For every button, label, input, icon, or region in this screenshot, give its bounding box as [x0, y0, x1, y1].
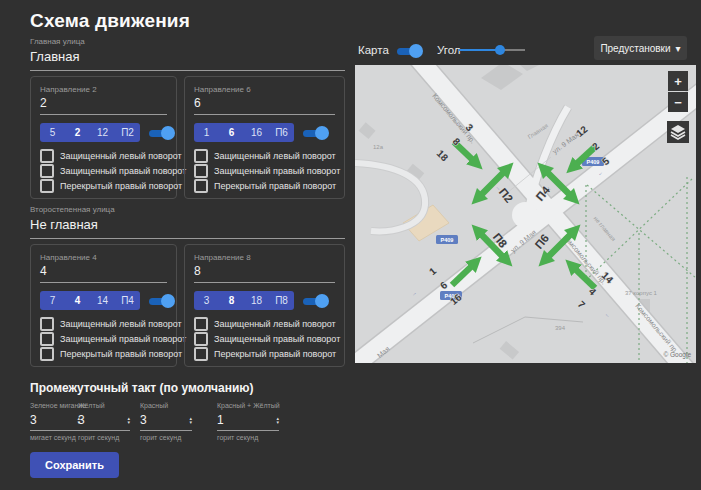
- map-toggle[interactable]: [395, 44, 423, 58]
- number-input[interactable]: 3 ▴▾: [30, 411, 80, 431]
- checkbox-icon[interactable]: [194, 164, 208, 178]
- direction-label: Направление 8: [194, 253, 335, 262]
- checkbox-icon[interactable]: [194, 149, 208, 163]
- direction-number-input[interactable]: 6: [194, 94, 335, 115]
- direction-label: Направление 2: [40, 85, 167, 94]
- chip[interactable]: П8: [269, 291, 294, 310]
- direction-card-8: Направление 8 8 3 8 18 П8 Защищенный лев…: [184, 244, 345, 367]
- signal-group-chips[interactable]: 3 8 18 П8: [194, 291, 294, 310]
- svg-text:1: 1: [427, 265, 439, 277]
- chip-selected[interactable]: 2: [65, 123, 90, 142]
- checkbox-icon[interactable]: [40, 347, 54, 361]
- svg-text:4: 4: [587, 286, 599, 298]
- chip[interactable]: 16: [244, 123, 269, 142]
- signal-group-chips[interactable]: 1 6 16 П6: [194, 123, 294, 142]
- svg-text:7: 7: [576, 299, 588, 311]
- red-yellow-field: Красный + Жёлтый 1 ▴▾ горит секунд: [217, 402, 279, 441]
- checkbox-blocked-right-turn[interactable]: Перекрытый правый поворот: [194, 180, 335, 192]
- signal-group-chips[interactable]: 5 2 12 П2: [40, 123, 140, 142]
- checkbox-blocked-right-turn[interactable]: Перекрытый правый поворот: [40, 348, 167, 360]
- layers-icon: [670, 124, 686, 140]
- map-label: 394: [555, 325, 566, 331]
- checkbox-icon[interactable]: [40, 317, 54, 331]
- number-input[interactable]: 3 ▴▾: [140, 411, 192, 431]
- direction-toggle[interactable]: [147, 126, 175, 140]
- chip[interactable]: 5: [40, 123, 65, 142]
- layers-button[interactable]: [667, 121, 689, 143]
- stepper-icon[interactable]: ▴▾: [127, 416, 130, 424]
- secondary-street-input[interactable]: Не главная: [30, 214, 345, 239]
- chip[interactable]: 1: [194, 123, 219, 142]
- angle-slider[interactable]: [459, 49, 525, 51]
- checkbox-protected-left-turn[interactable]: Защищенный левый поворот: [40, 318, 167, 330]
- checkbox-icon[interactable]: [40, 149, 54, 163]
- checkbox-protected-right-turn[interactable]: Защищенный правый поворот: [40, 165, 167, 177]
- svg-text:Р409: Р409: [587, 159, 600, 165]
- chip-selected[interactable]: 6: [219, 123, 244, 142]
- checkbox-blocked-right-turn[interactable]: Перекрытый правый поворот: [40, 180, 167, 192]
- angle-slider-label: Угол: [437, 44, 461, 56]
- checkbox-protected-left-turn[interactable]: Защищенный левый поворот: [194, 318, 335, 330]
- slider-thumb[interactable]: [495, 45, 505, 55]
- chip-selected[interactable]: 4: [65, 291, 90, 310]
- direction-number-input[interactable]: 4: [40, 262, 167, 283]
- direction-toggle[interactable]: [301, 126, 329, 140]
- number-input[interactable]: 3 ▴▾: [78, 411, 130, 431]
- chip[interactable]: 12: [90, 123, 115, 142]
- direction-number-input[interactable]: 2: [40, 94, 167, 115]
- stepper-icon[interactable]: ▴▾: [189, 416, 192, 424]
- map-label: Главная: [527, 123, 549, 140]
- zoom-in-button[interactable]: +: [668, 71, 688, 91]
- chip[interactable]: П4: [115, 291, 140, 310]
- green-blink-field: Зеленое мигание 3 ▴▾ мигает секунд: [30, 402, 80, 441]
- checkbox-icon[interactable]: [194, 179, 208, 193]
- direction-card-2: Направление 2 2 5 2 12 П2 Защищенный лев…: [30, 76, 177, 199]
- checkbox-icon[interactable]: [194, 347, 208, 361]
- direction-toggle[interactable]: [147, 294, 175, 308]
- chip[interactable]: 3: [194, 291, 219, 310]
- main-street-field: Главная улица Главная: [30, 37, 345, 71]
- chip[interactable]: 7: [40, 291, 65, 310]
- map-toggle-label: Карта: [358, 44, 389, 56]
- main-street-input[interactable]: Главная: [30, 46, 345, 71]
- save-button[interactable]: Сохранить: [30, 452, 119, 478]
- zoom-out-button[interactable]: −: [668, 92, 688, 112]
- direction-toggle[interactable]: [301, 294, 329, 308]
- chip-selected[interactable]: 8: [219, 291, 244, 310]
- secondary-street-label: Второстепенная улица: [30, 205, 345, 214]
- map-graphics: Комсомольский пр. ул. 9 Мая ул. 9 Мая Ко…: [355, 65, 696, 363]
- chip[interactable]: П6: [269, 123, 294, 142]
- checkbox-icon[interactable]: [194, 317, 208, 331]
- yellow-field: Жёлтый 3 ▴▾ горит секунд: [78, 402, 130, 441]
- direction-card-4: Направление 4 4 7 4 14 П4 Защищенный лев…: [30, 244, 177, 367]
- svg-text:18: 18: [435, 148, 451, 164]
- chip[interactable]: 14: [90, 291, 115, 310]
- checkbox-protected-right-turn[interactable]: Защищенный правый поворот: [194, 165, 335, 177]
- checkbox-blocked-right-turn[interactable]: Перекрытый правый поворот: [194, 348, 335, 360]
- checkbox-icon[interactable]: [194, 332, 208, 346]
- red-field: Красный 3 ▴▾ горит секунд: [140, 402, 192, 441]
- direction-label: Направление 4: [40, 253, 167, 262]
- chip[interactable]: П2: [115, 123, 140, 142]
- approach-arrow-nw: [454, 142, 477, 164]
- checkbox-icon[interactable]: [40, 179, 54, 193]
- direction-number-input[interactable]: 8: [194, 262, 335, 283]
- checkbox-protected-left-turn[interactable]: Защищенный левый поворот: [40, 150, 167, 162]
- direction-card-6: Направление 6 6 1 6 16 П6 Защищенный лев…: [184, 76, 345, 199]
- checkbox-protected-right-turn[interactable]: Защищенный правый поворот: [40, 333, 167, 345]
- chip[interactable]: 18: [244, 291, 269, 310]
- stepper-icon[interactable]: ▴▾: [276, 416, 279, 424]
- presets-dropdown-button[interactable]: Предустановки ▾: [594, 36, 687, 60]
- map-attribution: © Google: [663, 351, 691, 359]
- number-input[interactable]: 1 ▴▾: [217, 411, 279, 431]
- checkbox-protected-right-turn[interactable]: Защищенный правый поворот: [194, 333, 335, 345]
- svg-text:→: →: [409, 289, 417, 297]
- map-canvas[interactable]: Комсомольский пр. ул. 9 Мая ул. 9 Мая Ко…: [355, 65, 696, 363]
- map-label: 12а: [373, 144, 384, 150]
- checkbox-protected-left-turn[interactable]: Защищенный левый поворот: [194, 150, 335, 162]
- intermediate-tact-heading: Промежуточный такт (по умолчанию): [30, 381, 254, 395]
- checkbox-icon[interactable]: [40, 164, 54, 178]
- map-label: не главная: [592, 215, 616, 242]
- signal-group-chips[interactable]: 7 4 14 П4: [40, 291, 140, 310]
- checkbox-icon[interactable]: [40, 332, 54, 346]
